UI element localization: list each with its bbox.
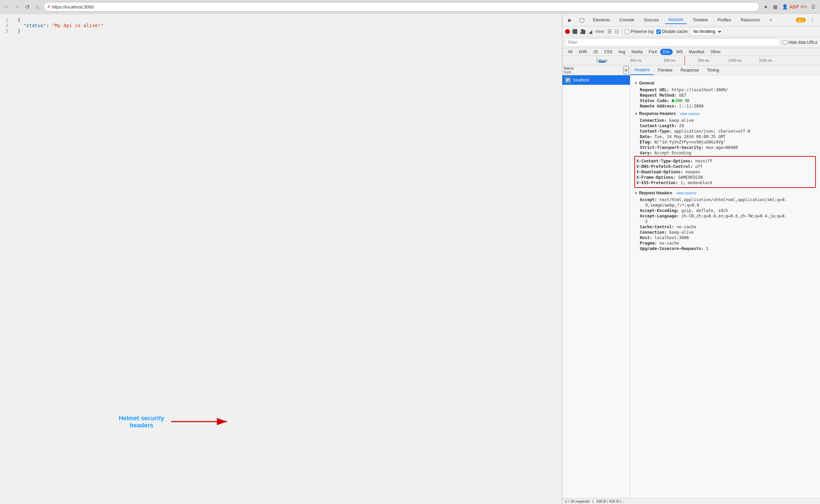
general-request-method: Request Method: GET xyxy=(640,93,816,98)
network-controls: 🎥 ◢ View: ☰ ☷ Preserve log Disable cache… xyxy=(562,26,820,37)
code-line-1: 1 { xyxy=(5,17,557,23)
devtools-menu-button[interactable]: ⋮ xyxy=(808,15,817,25)
status-requests: 1 / 16 requests xyxy=(565,499,590,503)
home-button[interactable]: ⌂ xyxy=(33,3,41,11)
line-number: 1 xyxy=(5,17,12,23)
filter-input[interactable] xyxy=(565,38,780,46)
network-list: Name Path ✕ localhost xyxy=(562,65,820,498)
preserve-log-label[interactable]: Preserve log xyxy=(625,29,653,34)
tab-elements[interactable]: Elements xyxy=(590,16,613,24)
type-font[interactable]: Font xyxy=(646,49,659,55)
view-grid-button[interactable]: ☷ xyxy=(615,29,619,34)
filter-button[interactable]: ◢ xyxy=(589,29,592,34)
tab-sources[interactable]: Sources xyxy=(640,16,662,24)
type-other[interactable]: Other xyxy=(708,49,723,55)
tab-network[interactable]: Network xyxy=(665,16,687,24)
requests-header: Name Path ✕ xyxy=(562,65,630,75)
resp-header-content-length: Content-Length: 29 xyxy=(640,123,816,128)
request-icon xyxy=(564,77,571,83)
resp-header-etag: ETag: W/"1d-YyVnZYFy+nvSWjuG0Gs9Vg" xyxy=(640,140,816,144)
resp-header-sts: Strict-Transport-Security: max-age=86400 xyxy=(640,145,816,150)
devtools-device-button[interactable]: ◯ xyxy=(577,15,587,25)
url-text: https://localhost:3000 xyxy=(52,4,94,9)
browser-chrome: ← → ↺ ⌂ ✗ https://localhost:3000 ★ ▦ 👤 A… xyxy=(0,0,820,14)
requests-pane: Name Path ✕ localhost xyxy=(562,65,630,498)
tab-more[interactable]: » xyxy=(766,16,775,24)
response-view-source[interactable]: view source xyxy=(680,112,700,116)
req-header-accept: Accept: text/html,application/xhtml+xml,… xyxy=(640,197,816,202)
tab-profiles[interactable]: Profiles xyxy=(714,16,734,24)
adblock-button[interactable]: ABP xyxy=(790,3,798,11)
tab-timeline[interactable]: Timeline xyxy=(689,16,711,24)
main-container: 1 { 2 "status": "My Api is alive!" 3 } H… xyxy=(0,14,820,504)
response-headers-section[interactable]: ▼ Response Headers view source xyxy=(634,111,816,116)
details-tab-response[interactable]: Response xyxy=(676,65,703,75)
settings-button[interactable]: ☰ xyxy=(809,3,817,11)
timeline-line-200 xyxy=(596,56,597,65)
request-headers-section[interactable]: ▼ Request Headers view source xyxy=(634,191,816,195)
svg-rect-3 xyxy=(566,79,570,79)
extensions-button[interactable]: 👤 xyxy=(781,3,789,11)
general-section-header[interactable]: ▼ General xyxy=(634,81,816,85)
view-list-button[interactable]: ☰ xyxy=(608,29,612,34)
timeline-tick-1000: 1000 ms xyxy=(729,59,742,62)
tab-console[interactable]: Console xyxy=(616,16,638,24)
section-arrow-request: ▼ xyxy=(634,191,638,195)
preserve-log-checkbox[interactable] xyxy=(625,30,629,34)
disable-cache-label[interactable]: Disable cache xyxy=(656,29,688,34)
close-pane-button[interactable]: ✕ xyxy=(623,66,629,74)
type-manifest[interactable]: Manifest xyxy=(686,49,707,55)
type-media[interactable]: Media xyxy=(629,49,645,55)
type-xhr[interactable]: XHR xyxy=(576,49,590,55)
svg-rect-5 xyxy=(566,81,568,81)
throttle-select[interactable]: No throttling xyxy=(690,28,723,35)
request-item-localhost[interactable]: localhost xyxy=(562,75,630,85)
general-request-url: Request URL: https://localhost:3000/ xyxy=(640,88,816,92)
timeline-bar: 200 ms 400 ms 600 ms 800 ms 1000 ms 1200… xyxy=(562,56,820,65)
section-arrow-general: ▼ xyxy=(634,81,638,85)
resp-header-connection: Connection: keep-alive xyxy=(640,118,816,123)
toolbar-right: ★ ▦ 👤 ABP </> ☰ xyxy=(762,3,817,11)
address-bar[interactable]: ✗ https://localhost:3000 xyxy=(43,2,760,12)
status-bar: 1 / 16 requests | 430 B / 430 B t... xyxy=(562,498,820,504)
status-size: 430 B / 430 B t... xyxy=(596,499,624,503)
tab-resources[interactable]: Resources xyxy=(737,16,763,24)
devtools-inspect-button[interactable]: ▶ xyxy=(565,15,575,25)
hide-data-urls-checkbox[interactable] xyxy=(783,40,787,45)
req-header-accept-language-cont: 2 xyxy=(645,219,816,224)
details-tab-preview[interactable]: Preview xyxy=(654,65,676,75)
dev-button[interactable]: </> xyxy=(800,3,808,11)
bookmark-button[interactable]: ★ xyxy=(762,3,770,11)
req-header-pragma: Pragma: no-cache xyxy=(640,241,816,246)
request-view-source[interactable]: view source xyxy=(676,191,696,195)
stop-button[interactable] xyxy=(573,29,577,34)
type-all[interactable]: All xyxy=(565,49,575,55)
details-pane: Headers Preview Response Timing ▼ Genera… xyxy=(630,65,820,498)
back-button[interactable]: ← xyxy=(3,3,11,11)
type-css[interactable]: CSS xyxy=(601,49,615,55)
type-ws[interactable]: WS xyxy=(673,49,685,55)
req-header-upgrade: Upgrade-Insecure-Requests: 1 xyxy=(640,246,816,251)
status-separator: | xyxy=(593,499,594,503)
line-number: 2 xyxy=(5,23,12,28)
disable-cache-checkbox[interactable] xyxy=(656,30,661,34)
type-img[interactable]: Img xyxy=(616,49,628,55)
qr-button[interactable]: ▦ xyxy=(771,3,779,11)
details-tab-headers[interactable]: Headers xyxy=(630,65,654,75)
camera-button[interactable]: 🎥 xyxy=(580,29,586,34)
hide-data-urls-label[interactable]: Hide data URLs xyxy=(783,40,817,45)
type-js[interactable]: JS xyxy=(591,49,601,55)
svg-rect-4 xyxy=(566,80,570,80)
annotation-arrow xyxy=(171,415,232,429)
record-button[interactable] xyxy=(565,29,570,34)
details-tab-timing[interactable]: Timing xyxy=(703,65,723,75)
type-doc[interactable]: Doc xyxy=(660,49,673,55)
code-line-3: 3 } xyxy=(5,28,557,34)
timeline-request-bar xyxy=(599,61,605,63)
annotation-text: Helmet security headers xyxy=(119,415,164,429)
general-remote-address: Remote Address: [::1]:3000 xyxy=(640,104,816,109)
forward-button[interactable]: → xyxy=(13,3,21,11)
reload-button[interactable]: ↺ xyxy=(23,3,31,11)
resp-header-xdpc: X-DNS-Prefetch-Control: off xyxy=(636,164,814,169)
view-label: View: xyxy=(595,29,605,34)
